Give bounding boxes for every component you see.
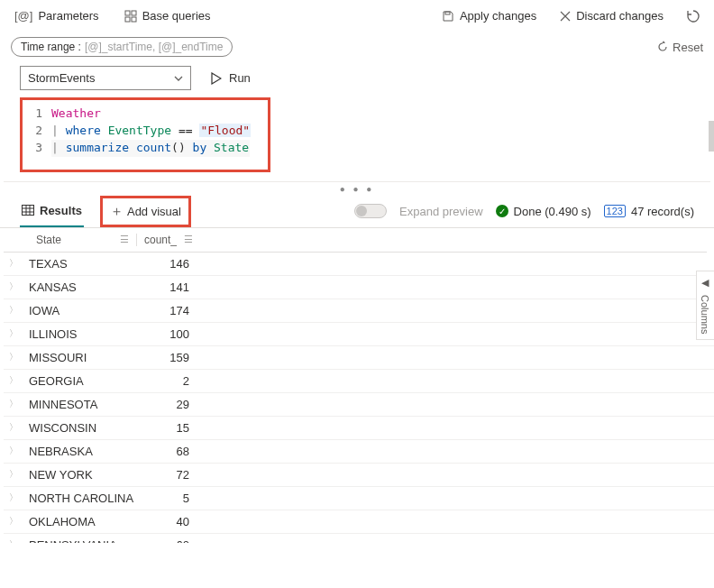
expand-row-icon[interactable]: 〉 [9, 468, 29, 481]
cell-state: KANSAS [29, 280, 137, 294]
run-button[interactable]: Run [200, 67, 261, 89]
code-content[interactable]: | summarize count() by State [51, 140, 250, 157]
line-number: 2 [26, 123, 51, 140]
reset-button[interactable]: Reset [656, 41, 703, 54]
table-row[interactable]: 〉TEXAS146 [4, 253, 714, 276]
reset-label: Reset [673, 41, 703, 54]
table-row[interactable]: 〉OKLAHOMA40 [4, 510, 714, 534]
resize-handle[interactable]: ● ● ● [0, 182, 714, 196]
cell-state: IOWA [29, 304, 137, 317]
base-queries-label: Base queries [142, 9, 211, 23]
svg-rect-1 [132, 11, 136, 15]
record-count: 123 47 record(s) [604, 205, 694, 218]
save-icon [442, 10, 454, 23]
discard-label: Discard changes [576, 9, 664, 23]
table-row[interactable]: 〉GEORGIA2 [4, 370, 714, 393]
svg-rect-3 [132, 17, 136, 22]
expand-preview-toggle[interactable] [354, 204, 387, 218]
col-state-label: State [36, 234, 61, 246]
cell-state: PENNSYLVANIA [29, 538, 137, 543]
table-icon [22, 205, 34, 216]
expand-row-icon[interactable]: 〉 [9, 421, 29, 434]
columns-side-panel[interactable]: ◀ Columns [696, 271, 714, 340]
svg-rect-5 [23, 206, 34, 216]
expand-row-icon[interactable]: 〉 [9, 538, 29, 543]
cell-count: 5 [137, 492, 200, 505]
column-header-count[interactable]: count_ ☰ [137, 234, 200, 246]
cell-count: 2 [137, 374, 200, 388]
cell-count: 141 [137, 280, 200, 294]
expand-row-icon[interactable]: 〉 [9, 327, 29, 340]
table-row[interactable]: 〉MINNESOTA29 [4, 393, 714, 417]
code-content[interactable]: | where EventType == "Flood" [51, 123, 251, 140]
expand-row-icon[interactable]: 〉 [9, 492, 29, 504]
tab-results[interactable]: Results [20, 197, 84, 227]
status-text: Done (0.490 s) [514, 205, 591, 218]
at-sign-icon: [@] [14, 9, 32, 23]
cell-state: TEXAS [29, 257, 137, 271]
number-icon: 123 [604, 205, 626, 217]
record-count-text: 47 record(s) [631, 205, 694, 218]
cell-state: MISSOURI [29, 351, 137, 364]
svg-rect-0 [125, 11, 130, 15]
expand-row-icon[interactable]: 〉 [9, 374, 29, 387]
undo-icon [656, 41, 669, 53]
refresh-icon [685, 8, 701, 24]
cell-count: 72 [137, 468, 200, 482]
source-select[interactable]: StormEvents [20, 66, 191, 90]
table-row[interactable]: 〉ILLINOIS100 [4, 323, 714, 346]
table-row[interactable]: 〉NEW YORK72 [4, 464, 714, 487]
columns-label: Columns [700, 295, 710, 334]
apply-changes-button[interactable]: Apply changes [438, 5, 540, 26]
expand-row-icon[interactable]: 〉 [9, 257, 29, 270]
base-queries-button[interactable]: Base queries [121, 5, 215, 26]
table-row[interactable]: 〉NORTH CAROLINA5 [4, 487, 714, 510]
cell-count: 100 [137, 327, 200, 341]
table-row[interactable]: 〉KANSAS141 [4, 276, 714, 299]
query-editor[interactable]: 1Weather2| where EventType == "Flood"3| … [20, 97, 270, 172]
expand-row-icon[interactable]: 〉 [9, 445, 29, 457]
results-grid[interactable]: 〉TEXAS146〉KANSAS141〉IOWA174〉ILLINOIS100〉… [4, 253, 714, 543]
column-header-state[interactable]: State ☰ [29, 234, 137, 246]
col-count-label: count_ [144, 234, 177, 246]
code-content[interactable]: Weather [51, 106, 101, 123]
editor-minimap-mark [709, 121, 714, 152]
expand-row-icon[interactable]: 〉 [9, 351, 29, 363]
cell-state: GEORGIA [29, 374, 137, 388]
line-number: 3 [26, 140, 51, 157]
apply-label: Apply changes [460, 9, 536, 23]
column-menu-icon[interactable]: ☰ [184, 234, 193, 245]
top-toolbar: [@] Parameters Base queries Apply change… [0, 0, 714, 32]
expand-row-icon[interactable]: 〉 [9, 280, 29, 293]
svg-rect-4 [445, 12, 450, 14]
column-menu-icon[interactable]: ☰ [120, 234, 129, 245]
cell-count: 40 [137, 515, 200, 528]
cell-state: OKLAHOMA [29, 515, 137, 528]
editor-line[interactable]: 2| where EventType == "Flood" [26, 123, 268, 140]
cell-state: WISCONSIN [29, 421, 137, 435]
table-row[interactable]: 〉WISCONSIN15 [4, 417, 714, 440]
cell-state: NEW YORK [29, 468, 137, 482]
cell-count: 29 [137, 398, 200, 411]
discard-changes-button[interactable]: Discard changes [556, 5, 667, 26]
table-row[interactable]: 〉NEBRASKA68 [4, 440, 714, 464]
editor-line[interactable]: 3| summarize count() by State [26, 140, 268, 157]
editor-line[interactable]: 1Weather [26, 106, 268, 123]
plus-icon: ＋ [110, 203, 124, 220]
table-row[interactable]: 〉IOWA174 [4, 299, 714, 323]
cell-state: NORTH CAROLINA [29, 492, 137, 505]
expand-row-icon[interactable]: 〉 [9, 398, 29, 410]
cell-count: 15 [137, 421, 200, 435]
cell-count: 159 [137, 351, 200, 364]
grid-icon [124, 10, 137, 23]
add-visual-button[interactable]: ＋ Add visual [103, 198, 188, 225]
grid-header: State ☰ count_ ☰ [4, 228, 707, 253]
play-icon [211, 72, 222, 85]
table-row[interactable]: 〉MISSOURI159 [4, 346, 714, 370]
refresh-button[interactable] [683, 8, 703, 24]
expand-row-icon[interactable]: 〉 [9, 515, 29, 528]
time-range-pill[interactable]: Time range : [@]_startTime, [@]_endTime [11, 37, 233, 57]
parameters-button[interactable]: [@] Parameters [11, 5, 103, 26]
expand-row-icon[interactable]: 〉 [9, 304, 29, 317]
table-row[interactable]: 〉PENNSYLVANIA60 [4, 534, 714, 543]
